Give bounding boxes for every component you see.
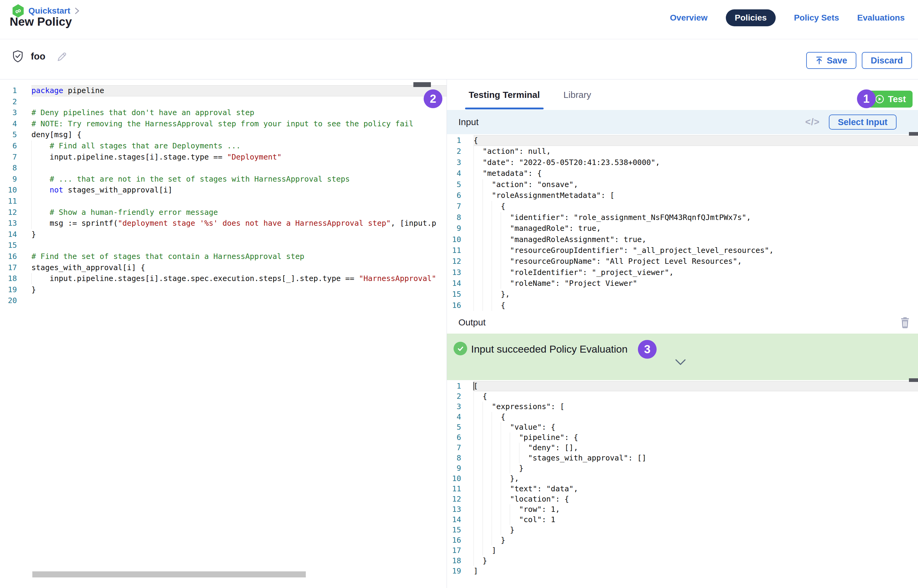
code-text: not stages_with_approval[i] <box>31 185 447 196</box>
code-line[interactable]: 10 }, <box>447 473 918 484</box>
code-text: "metadata": { <box>474 168 918 179</box>
code-line[interactable]: 2 { <box>447 391 918 402</box>
code-line[interactable]: 1[ <box>447 381 918 391</box>
output-editor-minimap[interactable] <box>909 378 918 382</box>
nav-item-overview[interactable]: Overview <box>670 13 708 23</box>
code-line[interactable]: 17stages_with_approval[i] { <box>0 262 447 273</box>
policy-code-editor[interactable]: 1package pipeline23# Deny pipelines that… <box>0 79 447 588</box>
code-line[interactable]: 8 "stages_with_approval": [] <box>447 453 918 463</box>
code-line[interactable]: 6 # Find all stages that are Deployments… <box>0 141 447 152</box>
code-line[interactable]: 18 } <box>447 556 918 566</box>
nav-item-policy-sets[interactable]: Policy Sets <box>794 13 839 23</box>
horizontal-scrollbar[interactable] <box>32 571 306 577</box>
code-line[interactable]: 1package pipeline <box>0 85 447 96</box>
line-number: 12 <box>447 494 474 504</box>
tab-testing-terminal[interactable]: Testing Terminal <box>469 79 540 110</box>
line-number: 18 <box>0 273 31 284</box>
code-line[interactable]: 7 { <box>447 201 918 212</box>
expand-chevron-icon[interactable] <box>675 359 686 366</box>
code-text: { <box>474 412 918 422</box>
code-text: "value": { <box>474 422 918 432</box>
code-line[interactable]: 5deny[msg] { <box>0 129 447 141</box>
code-line[interactable]: 13 "roleIdentifier": "_project_viewer", <box>447 267 918 278</box>
trash-icon[interactable] <box>900 316 910 329</box>
code-text: { <box>474 201 918 212</box>
code-line[interactable]: 7 "deny": [], <box>447 443 918 453</box>
nav-item-policies[interactable]: Policies <box>726 10 776 26</box>
policy-toolbar: foo Save Discard <box>0 39 918 79</box>
save-button[interactable]: Save <box>806 52 857 69</box>
code-line[interactable]: 10 "managedRoleAssignment": true, <box>447 234 918 245</box>
code-line[interactable]: 16 { <box>447 300 918 311</box>
input-json-editor[interactable]: 1{2 "action": null,3 "date": "2022-05-05… <box>447 134 918 312</box>
code-line[interactable]: 4# NOTE: Try removing the HarnessApprova… <box>0 118 447 129</box>
code-line[interactable]: 2 <box>0 96 447 108</box>
line-number: 8 <box>0 163 31 174</box>
line-number: 10 <box>447 473 474 484</box>
code-line[interactable]: 8 "identifier": "role_assignment_NsFQM43… <box>447 212 918 223</box>
code-line[interactable]: 6 "pipeline": { <box>447 432 918 443</box>
line-number: 10 <box>0 185 31 196</box>
new-policy-page: ∞ Quickstart New Policy OverviewPolicies… <box>0 0 918 588</box>
code-line[interactable]: 3 "expressions": [ <box>447 402 918 412</box>
code-line[interactable]: 19} <box>0 284 447 296</box>
code-line[interactable]: 14 "col": 1 <box>447 515 918 525</box>
code-brackets-icon[interactable]: </> <box>805 116 820 128</box>
code-line[interactable]: 19] <box>447 566 918 576</box>
code-line[interactable]: 13 "row": 1, <box>447 504 918 515</box>
code-line[interactable]: 11 <box>0 196 447 207</box>
output-json-editor[interactable]: 1[2 {3 "expressions": [4 {5 "value": {6 … <box>447 380 918 588</box>
discard-button[interactable]: Discard <box>862 52 912 69</box>
code-text <box>31 240 447 251</box>
breadcrumb-project-link[interactable]: Quickstart <box>28 6 70 16</box>
code-line[interactable]: 9 # ... that are not in the set of stage… <box>0 174 447 185</box>
code-text: input.pipeline.stages[i].stage.type == "… <box>31 152 447 163</box>
code-line[interactable]: 14} <box>0 229 447 240</box>
code-line[interactable]: 12 "location": { <box>447 494 918 504</box>
code-text: "resourceGroupIdentifier": "_all_project… <box>474 245 918 256</box>
code-line[interactable]: 20 <box>0 295 447 306</box>
input-title: Input <box>458 117 478 127</box>
code-line[interactable]: 9 } <box>447 463 918 473</box>
edit-pencil-icon[interactable] <box>57 51 68 62</box>
code-line[interactable]: 7 input.pipeline.stages[i].stage.type ==… <box>0 152 447 163</box>
editor-minimap[interactable] <box>414 82 431 87</box>
code-line[interactable]: 15 }, <box>447 289 918 300</box>
code-line[interactable]: 8 <box>0 163 447 174</box>
line-number: 1 <box>447 135 474 146</box>
code-line[interactable]: 6 "roleAssignmentMetadata": [ <box>447 190 918 201</box>
code-line[interactable]: 12 # Show a human-friendly error message <box>0 207 447 218</box>
nav-item-evaluations[interactable]: Evaluations <box>857 13 905 23</box>
code-line[interactable]: 1{ <box>447 135 918 146</box>
code-line[interactable]: 4 { <box>447 412 918 422</box>
code-line[interactable]: 16# Find the set of stages that contain … <box>0 251 447 262</box>
select-input-button[interactable]: Select Input <box>829 115 897 129</box>
line-number: 15 <box>447 289 474 300</box>
line-number: 17 <box>447 545 474 556</box>
code-line[interactable]: 11 "resourceGroupIdentifier": "_all_proj… <box>447 245 918 256</box>
code-line[interactable]: 5 "action": "onsave", <box>447 179 918 190</box>
code-text: "deny": [], <box>474 443 918 453</box>
code-line[interactable]: 4 "metadata": { <box>447 168 918 179</box>
code-line[interactable]: 18 input.pipeline.stages[i].stage.spec.e… <box>0 273 447 284</box>
code-line[interactable]: 16 } <box>447 535 918 545</box>
code-line[interactable]: 11 "text": "data", <box>447 484 918 494</box>
input-editor-minimap[interactable] <box>909 132 918 136</box>
code-text: { <box>474 135 918 146</box>
code-line[interactable]: 17 ] <box>447 545 918 556</box>
code-text <box>31 163 447 174</box>
line-number: 2 <box>0 96 31 108</box>
code-line[interactable]: 5 "value": { <box>447 422 918 432</box>
code-line[interactable]: 13 msg := sprintf("deployment stage '%s'… <box>0 218 447 229</box>
code-line[interactable]: 15 } <box>447 525 918 535</box>
code-line[interactable]: 14 "roleName": "Project Viewer" <box>447 278 918 289</box>
code-line[interactable]: 9 "managedRole": true, <box>447 223 918 234</box>
code-line[interactable]: 12 "resourceGroupName": "All Project Lev… <box>447 256 918 267</box>
policy-name: foo <box>31 51 45 62</box>
code-line[interactable]: 15 <box>0 240 447 251</box>
code-line[interactable]: 10 not stages_with_approval[i] <box>0 185 447 196</box>
tab-library[interactable]: Library <box>564 79 592 110</box>
code-line[interactable]: 3# Deny pipelines that don't have an app… <box>0 107 447 118</box>
code-line[interactable]: 2 "action": null, <box>447 146 918 157</box>
code-line[interactable]: 3 "date": "2022-05-05T20:41:23.538+0000"… <box>447 157 918 168</box>
